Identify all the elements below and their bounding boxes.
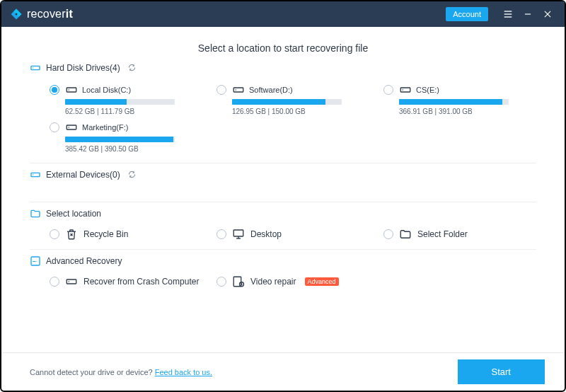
advanced-name: Video repair — [250, 277, 296, 287]
drive-radio[interactable] — [383, 85, 393, 95]
section-label: Hard Disk Drives(4) — [46, 63, 120, 73]
drive-name: Local Disk(C:) — [82, 86, 131, 94]
drive-icon — [232, 83, 245, 96]
svg-rect-15 — [400, 88, 410, 92]
svg-rect-9 — [31, 66, 40, 69]
usage-bar — [65, 99, 175, 105]
feedback-link[interactable]: Feed back to us. — [155, 368, 212, 376]
svg-rect-11 — [67, 88, 76, 92]
drive-icon — [65, 121, 78, 134]
drive-section-icon — [30, 62, 41, 74]
section-label: Advanced Recovery — [46, 256, 122, 266]
advanced-radio[interactable] — [50, 277, 59, 287]
drive-radio[interactable] — [50, 85, 59, 95]
section-hard-disk-drives: Hard Disk Drives(4) — [30, 62, 536, 74]
close-icon[interactable] — [539, 6, 556, 23]
location-name: Desktop — [250, 229, 282, 239]
divider — [30, 249, 536, 250]
content-area: Select a location to start recovering fi… — [1, 27, 565, 352]
minimize-icon[interactable] — [519, 6, 536, 23]
drive-size: 126.95 GB | 150.00 GB — [232, 108, 342, 115]
page-title: Select a location to start recovering fi… — [30, 42, 536, 54]
titlebar: recoverit Account — [1, 1, 565, 27]
svg-rect-13 — [233, 88, 243, 92]
section-select-location: Select location — [30, 208, 536, 219]
location-option[interactable]: Desktop — [216, 228, 369, 241]
advanced-option[interactable]: Video repairAdvanced — [216, 275, 369, 288]
svg-point-20 — [33, 174, 33, 175]
video-repair-icon — [232, 275, 245, 288]
footer: Cannot detect your drive or device? Feed… — [1, 352, 565, 391]
svg-rect-19 — [31, 173, 40, 176]
location-name: Recycle Bin — [83, 229, 128, 239]
app-name: recoverit — [27, 8, 73, 21]
section-external-devices: External Devices(0) — [30, 169, 536, 180]
folder-icon — [399, 228, 412, 241]
recycle-bin-icon — [65, 228, 78, 241]
advanced-name: Recover from Crash Computer — [83, 277, 199, 287]
usage-bar — [65, 137, 175, 142]
location-radio[interactable] — [50, 229, 59, 239]
refresh-icon[interactable] — [128, 64, 136, 73]
drive-name: Marketing(F:) — [82, 123, 128, 132]
drive-size: 385.42 GB | 390.50 GB — [65, 145, 175, 153]
location-radio[interactable] — [383, 229, 393, 239]
drive-radio[interactable] — [216, 85, 226, 95]
external-section-icon — [30, 169, 41, 180]
logo-icon — [10, 8, 23, 21]
divider — [30, 202, 536, 202]
svg-rect-25 — [67, 279, 76, 284]
drive-size: 62.52 GB | 111.79 GB — [65, 108, 175, 115]
refresh-icon[interactable] — [128, 171, 136, 180]
drive-option[interactable]: Marketing(F:)385.42 GB | 390.50 GB — [50, 121, 202, 153]
folder-section-icon — [30, 208, 41, 219]
section-advanced-recovery: Advanced Recovery — [30, 255, 536, 267]
app-logo: recoverit — [10, 8, 73, 21]
drive-option[interactable]: Software(D:)126.95 GB | 150.00 GB — [216, 83, 369, 115]
account-button[interactable]: Account — [446, 7, 488, 21]
drive-size: 366.91 GB | 391.00 GB — [399, 108, 509, 115]
svg-point-26 — [69, 281, 70, 282]
drive-option[interactable]: Local Disk(C:)62.52 GB | 111.79 GB — [50, 83, 202, 115]
location-option[interactable]: Select Folder — [383, 228, 536, 241]
divider — [30, 163, 536, 163]
svg-point-12 — [69, 89, 70, 91]
location-name: Select Folder — [417, 229, 468, 239]
drive-radio[interactable] — [50, 122, 59, 132]
svg-point-18 — [69, 127, 70, 128]
section-label: External Devices(0) — [46, 170, 120, 180]
drive-name: CS(E:) — [416, 86, 439, 94]
svg-point-14 — [236, 89, 237, 91]
location-radio[interactable] — [216, 229, 226, 239]
drive-icon — [65, 83, 78, 96]
start-button[interactable]: Start — [458, 359, 545, 384]
drive-icon — [399, 83, 412, 96]
drive-icon — [65, 275, 78, 288]
advanced-section-icon — [30, 255, 41, 267]
svg-point-16 — [403, 89, 404, 91]
usage-bar — [399, 99, 509, 105]
usage-bar — [232, 99, 342, 105]
advanced-radio[interactable] — [216, 277, 226, 287]
menu-icon[interactable] — [499, 6, 516, 23]
drive-option[interactable]: CS(E:)366.91 GB | 391.00 GB — [383, 83, 536, 115]
advanced-badge: Advanced — [305, 277, 339, 286]
svg-rect-17 — [67, 125, 76, 129]
drive-name: Software(D:) — [249, 86, 293, 94]
section-label: Select location — [46, 209, 101, 219]
svg-rect-21 — [233, 230, 243, 236]
desktop-icon — [232, 228, 245, 241]
svg-point-10 — [33, 67, 33, 68]
location-option[interactable]: Recycle Bin — [50, 228, 202, 241]
advanced-option[interactable]: Recover from Crash Computer — [50, 275, 202, 288]
footer-text: Cannot detect your drive or device? Feed… — [30, 368, 212, 376]
